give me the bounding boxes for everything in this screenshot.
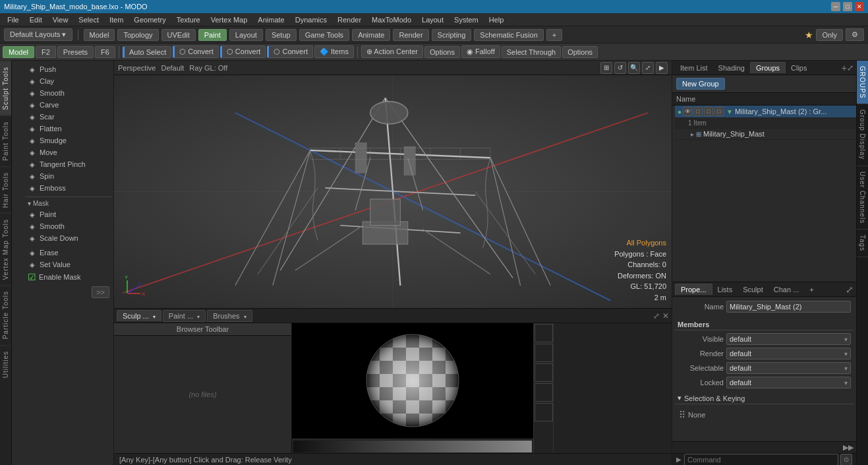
item-ctrl-eye[interactable]: 👁 bbox=[683, 107, 692, 116]
tool-set-value[interactable]: ◈Set Value bbox=[25, 259, 112, 270]
star-button[interactable]: ★ bbox=[805, 30, 813, 40]
default-layouts-dropdown[interactable]: Default Layouts ▾ bbox=[4, 28, 72, 41]
tab-setup[interactable]: Setup bbox=[266, 29, 297, 41]
brush-thumbnail-4[interactable] bbox=[535, 383, 553, 402]
items-button[interactable]: 🔷 Items bbox=[314, 46, 354, 58]
item-ctrl-select[interactable]: □ bbox=[704, 107, 713, 116]
tab-groups[interactable]: Groups bbox=[750, 62, 786, 73]
tab-scripting[interactable]: Scripting bbox=[432, 29, 472, 41]
tab-gametools[interactable]: Game Tools bbox=[299, 29, 350, 41]
tab-model[interactable]: Model bbox=[84, 29, 115, 41]
props-name-input[interactable] bbox=[726, 301, 851, 313]
convert-button-2[interactable]: ⬡ Convert bbox=[220, 46, 266, 58]
convert-button-3[interactable]: ⬡ Convert bbox=[267, 46, 313, 58]
viewport-perspective-label[interactable]: Perspective bbox=[118, 64, 156, 72]
tab-layout[interactable]: Layout bbox=[229, 29, 263, 41]
tool-scar[interactable]: ◈Scar bbox=[25, 111, 112, 123]
only-button[interactable]: Only bbox=[816, 29, 843, 41]
viewport-default-label[interactable]: Default bbox=[161, 64, 184, 72]
menu-view[interactable]: View bbox=[48, 15, 73, 25]
tool-emboss[interactable]: ◈Emboss bbox=[25, 182, 112, 194]
tab-render[interactable]: Render bbox=[393, 29, 428, 41]
tool-erase[interactable]: ◈Erase bbox=[25, 247, 112, 259]
tool-carve[interactable]: ◈Carve bbox=[25, 99, 112, 111]
locked-dropdown[interactable]: default ▾ bbox=[726, 377, 851, 388]
add-layout-button[interactable]: + bbox=[546, 29, 562, 41]
side-tab-paint-tools[interactable]: Paint Tools bbox=[0, 115, 11, 166]
side-tab-sculpt-tools[interactable]: Sculpt Tools bbox=[0, 61, 11, 115]
auto-select-button[interactable]: Auto Select bbox=[123, 46, 171, 58]
expand-props-icon[interactable]: ⤢ bbox=[846, 284, 854, 295]
minimize-button[interactable]: ─ bbox=[831, 2, 840, 11]
menu-vertexmap[interactable]: Vertex Map bbox=[206, 15, 252, 25]
props-tab-sculpt[interactable]: Sculpt bbox=[738, 284, 768, 295]
item-row-military-ship-mast[interactable]: ▸ ⊞ Military_Ship_Mast bbox=[675, 129, 856, 140]
rside-tab-groups[interactable]: GROUPS bbox=[857, 61, 868, 104]
tool-spin[interactable]: ◈Spin bbox=[25, 170, 112, 182]
side-tab-hair-tools[interactable]: Hair Tools bbox=[0, 166, 11, 213]
tool-enable-mask[interactable]: ☑ Enable Mask bbox=[25, 270, 112, 284]
tool-scale-down[interactable]: ◈Scale Down bbox=[25, 232, 112, 244]
props-tab-properties[interactable]: Prope... bbox=[675, 284, 712, 295]
viewport-refresh-icon[interactable]: ↺ bbox=[614, 62, 626, 74]
options-button-1[interactable]: Options bbox=[424, 46, 460, 58]
side-tab-particle-tools[interactable]: Particle Tools bbox=[0, 285, 11, 344]
viewport-expand-icon[interactable]: ⊞ bbox=[600, 62, 612, 74]
command-execute-button[interactable]: ⊙ bbox=[840, 454, 852, 466]
close-button[interactable]: ✕ bbox=[855, 2, 864, 11]
tool-mask-smooth[interactable]: ◈Smooth bbox=[25, 220, 112, 232]
menu-file[interactable]: File bbox=[3, 15, 24, 25]
new-group-button[interactable]: New Group bbox=[676, 78, 725, 90]
menu-texture[interactable]: Texture bbox=[172, 15, 205, 25]
convert-button-1[interactable]: ⬡ Convert bbox=[173, 46, 219, 58]
item-ctrl-render[interactable]: □ bbox=[693, 107, 703, 116]
f6-button[interactable]: F6 bbox=[95, 46, 115, 58]
presets-button[interactable]: Presets bbox=[57, 46, 94, 58]
f2-button[interactable]: F2 bbox=[36, 46, 56, 58]
props-tab-chan[interactable]: Chan ... bbox=[768, 284, 805, 295]
menu-geometry[interactable]: Geometry bbox=[129, 15, 170, 25]
menu-item[interactable]: Item bbox=[105, 15, 128, 25]
tool-tangent-pinch[interactable]: ◈Tangent Pinch bbox=[25, 158, 112, 170]
tool-flatten[interactable]: ◈Flatten bbox=[25, 123, 112, 135]
menu-system[interactable]: System bbox=[449, 15, 483, 25]
add-tab-button[interactable]: + bbox=[842, 63, 847, 73]
brush-gradient-bar[interactable] bbox=[293, 441, 532, 452]
action-center-button[interactable]: ⊕ Action Center bbox=[361, 46, 423, 58]
enable-mask-checkbox[interactable]: ☑ bbox=[28, 272, 36, 282]
falloff-button[interactable]: ◉ Falloff bbox=[461, 46, 500, 58]
menu-layout[interactable]: Layout bbox=[417, 15, 448, 25]
viewport-fullscreen-icon[interactable]: ⤢ bbox=[642, 62, 654, 74]
tab-animate[interactable]: Animate bbox=[352, 29, 390, 41]
menu-render[interactable]: Render bbox=[333, 15, 366, 25]
gear-button[interactable]: ⚙ bbox=[846, 28, 864, 41]
menu-dynamics[interactable]: Dynamics bbox=[291, 15, 332, 25]
side-tab-utilities[interactable]: Utilities bbox=[0, 345, 11, 383]
tool-move[interactable]: ◈Move bbox=[25, 146, 112, 158]
visible-dropdown[interactable]: default ▾ bbox=[726, 333, 851, 345]
brush-thumbnail-3[interactable] bbox=[535, 363, 553, 382]
tool-mask-paint[interactable]: ◈Paint bbox=[25, 208, 112, 220]
viewport-canvas[interactable]: All Polygons Polygons : Face Channels: 0… bbox=[114, 75, 672, 308]
tab-brushes[interactable]: Brushes ▾ bbox=[207, 310, 252, 322]
menu-maxtomodo[interactable]: MaxToModo bbox=[367, 15, 416, 25]
render-dropdown[interactable]: default ▾ bbox=[726, 348, 851, 359]
viewport-zoom-icon[interactable]: 🔍 bbox=[628, 62, 640, 74]
command-input[interactable] bbox=[684, 454, 838, 466]
tab-item-list[interactable]: Item List bbox=[675, 63, 713, 73]
maximize-button[interactable]: □ bbox=[843, 2, 852, 11]
tab-model-mode[interactable]: Model bbox=[3, 46, 34, 58]
selectable-dropdown[interactable]: default ▾ bbox=[726, 362, 851, 374]
tab-paint[interactable]: Paint ... ▾ bbox=[163, 310, 206, 322]
props-expand-button[interactable]: ▶▶ bbox=[843, 443, 854, 452]
brush-thumbnail-2[interactable] bbox=[535, 344, 553, 362]
options-button-2[interactable]: Options bbox=[562, 46, 598, 58]
tab-shading[interactable]: Shading bbox=[713, 63, 750, 73]
expand-right-panel-icon[interactable]: ⤢ bbox=[847, 63, 854, 73]
tool-smooth[interactable]: ◈Smooth bbox=[25, 87, 112, 99]
close-panel-icon[interactable]: ✕ bbox=[662, 311, 669, 321]
tool-clay[interactable]: ◈Clay bbox=[25, 75, 112, 87]
item-row-military-ship-mast-group[interactable]: ● 👁 □ □ □ ▼ Military_Ship_Mast (2) : Gr.… bbox=[675, 106, 856, 118]
menu-help[interactable]: Help bbox=[484, 15, 509, 25]
rside-tab-group-display[interactable]: Group Display bbox=[857, 104, 868, 166]
